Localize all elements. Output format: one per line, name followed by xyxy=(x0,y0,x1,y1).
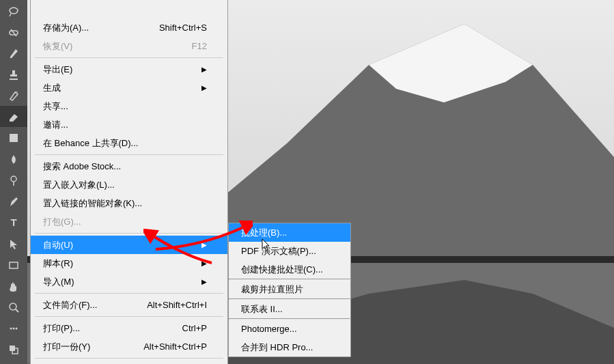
menu-separator xyxy=(35,316,223,317)
menu-item[interactable]: 文件简介(F)...Alt+Shift+Ctrl+I xyxy=(31,296,227,314)
menu-item-label: 恢复(V) xyxy=(43,40,72,53)
menu-item-shortcut: Ctrl+P xyxy=(182,323,207,333)
menu-separator xyxy=(35,233,223,234)
gradient-icon[interactable] xyxy=(0,127,27,148)
menu-item[interactable]: 脚本(R)▶ xyxy=(31,254,227,272)
menu-item-label: 生成 xyxy=(43,82,61,94)
lasso-icon[interactable] xyxy=(0,0,27,21)
menu-item-label: PDF 演示文稿(P)... xyxy=(241,245,316,257)
menu-item-label: 置入嵌入对象(L)... xyxy=(43,179,115,191)
svg-rect-9 xyxy=(10,262,18,268)
pen-icon[interactable] xyxy=(0,191,27,212)
svg-point-6 xyxy=(11,176,16,182)
menu-item xyxy=(31,0,227,18)
menu-item[interactable]: 打印(P)...Ctrl+P xyxy=(31,319,227,337)
menu-item-label: 打包(G)... xyxy=(43,216,81,228)
type-icon[interactable]: T xyxy=(0,212,27,233)
menu-item[interactable]: 邀请... xyxy=(31,115,227,134)
menu-item[interactable]: 导出(E)▶ xyxy=(31,60,227,79)
menu-item: 恢复(V)F12 xyxy=(31,37,227,55)
path-icon[interactable] xyxy=(0,233,27,254)
cursor xyxy=(262,238,271,252)
menu-item[interactable]: Photomerge... xyxy=(229,320,350,338)
menu-separator xyxy=(35,154,223,155)
menu-item-label: 合并到 HDR Pro... xyxy=(241,341,313,354)
menu-item[interactable]: 在 Behance 上共享(D)... xyxy=(31,134,227,152)
file-menu: 存储为(A)...Shift+Ctrl+S恢复(V)F12导出(E)▶生成▶共享… xyxy=(30,0,228,364)
rect-icon[interactable] xyxy=(0,254,27,275)
svg-point-10 xyxy=(10,303,16,310)
menu-item-label: 共享... xyxy=(43,100,68,113)
menu-item-label: 自动(U) xyxy=(43,239,73,251)
menu-item-label: 导入(M) xyxy=(43,276,74,288)
menu-item-label: 创建快捷批处理(C)... xyxy=(241,264,323,276)
history-icon[interactable] xyxy=(0,85,27,106)
menu-item[interactable]: 联系表 II... xyxy=(229,300,350,318)
svg-point-13 xyxy=(13,327,15,329)
menu-separator xyxy=(35,358,223,359)
svg-line-11 xyxy=(16,309,18,312)
menu-item-shortcut: Alt+Shift+Ctrl+P xyxy=(143,341,207,352)
brush-icon[interactable] xyxy=(0,42,27,64)
menu-item[interactable]: 自动(U)▶ xyxy=(31,236,227,254)
healing-icon[interactable] xyxy=(0,21,27,42)
svg-text:T: T xyxy=(10,216,16,228)
menu-item-label: 文件简介(F)... xyxy=(43,299,97,311)
toolbar: T xyxy=(0,0,27,364)
menu-item-label: 邀请... xyxy=(43,119,68,131)
automate-submenu: 批处理(B)...PDF 演示文稿(P)...创建快捷批处理(C)...裁剪并拉… xyxy=(228,223,351,357)
menu-item-label: 打印(P)... xyxy=(43,322,80,335)
menu-item-label: 导出(E) xyxy=(43,64,72,76)
hand-icon[interactable] xyxy=(0,275,27,296)
menu-item[interactable]: 共享... xyxy=(31,97,227,115)
blur-icon[interactable] xyxy=(0,148,27,169)
ellipsis-icon[interactable] xyxy=(0,318,27,339)
menu-item-label: 脚本(R) xyxy=(43,257,73,270)
menu-item-label: 搜索 Adobe Stock... xyxy=(43,160,121,173)
menu-item-label: 批处理(B)... xyxy=(241,227,287,239)
svg-rect-5 xyxy=(10,134,18,142)
menu-item-label: 存储为(A)... xyxy=(43,22,89,34)
menu-item[interactable]: 批处理(B)... xyxy=(229,223,350,242)
menu-item-label: 打印一份(Y) xyxy=(43,341,90,353)
stamp-icon[interactable] xyxy=(0,64,27,85)
menu-separator xyxy=(35,57,223,58)
menu-item-label: 在 Behance 上共享(D)... xyxy=(43,137,138,150)
menu-item[interactable]: 导入(M)▶ xyxy=(31,272,227,291)
menu-item[interactable]: 生成▶ xyxy=(31,79,227,97)
menu-item[interactable]: 合并到 HDR Pro... xyxy=(229,338,350,356)
submenu-arrow-icon: ▶ xyxy=(201,260,207,267)
menu-item: 打包(G)... xyxy=(31,212,227,231)
submenu-arrow-icon: ▶ xyxy=(201,241,207,249)
submenu-arrow-icon: ▶ xyxy=(201,278,207,285)
menu-item[interactable]: PDF 演示文稿(P)... xyxy=(229,242,350,260)
menu-item-label: 置入链接的智能对象(K)... xyxy=(43,197,142,210)
menu-item[interactable]: 置入链接的智能对象(K)... xyxy=(31,194,227,212)
menu-item[interactable]: 裁剪并拉直照片 xyxy=(229,280,350,298)
menu-separator xyxy=(35,293,223,294)
dodge-icon[interactable] xyxy=(0,169,27,191)
menu-item-shortcut: F12 xyxy=(192,41,207,51)
menu-item-label: 裁剪并拉直照片 xyxy=(241,283,303,296)
menu-item-shortcut: Shift+Ctrl+S xyxy=(159,23,207,33)
swatch-icon[interactable] xyxy=(0,339,27,360)
menu-item[interactable]: 打印一份(Y)Alt+Shift+Ctrl+P xyxy=(31,337,227,356)
menu-item[interactable]: 创建快捷批处理(C)... xyxy=(229,260,350,279)
menu-item[interactable]: 搜索 Adobe Stock... xyxy=(31,157,227,176)
menu-item[interactable]: 退出(X)Ctrl+Q xyxy=(31,361,227,364)
menu-item-label: Photomerge... xyxy=(241,324,297,334)
submenu-arrow-icon: ▶ xyxy=(201,66,207,73)
submenu-arrow-icon: ▶ xyxy=(201,84,207,92)
svg-point-12 xyxy=(10,327,12,329)
menu-item[interactable]: 置入嵌入对象(L)... xyxy=(31,176,227,194)
eraser-icon[interactable] xyxy=(0,106,27,127)
svg-point-14 xyxy=(16,327,18,329)
menu-item-label: 联系表 II... xyxy=(241,303,283,316)
menu-item-shortcut: Alt+Shift+Ctrl+I xyxy=(147,300,207,310)
zoom-icon[interactable] xyxy=(0,296,27,318)
menu-item[interactable]: 存储为(A)...Shift+Ctrl+S xyxy=(31,18,227,37)
